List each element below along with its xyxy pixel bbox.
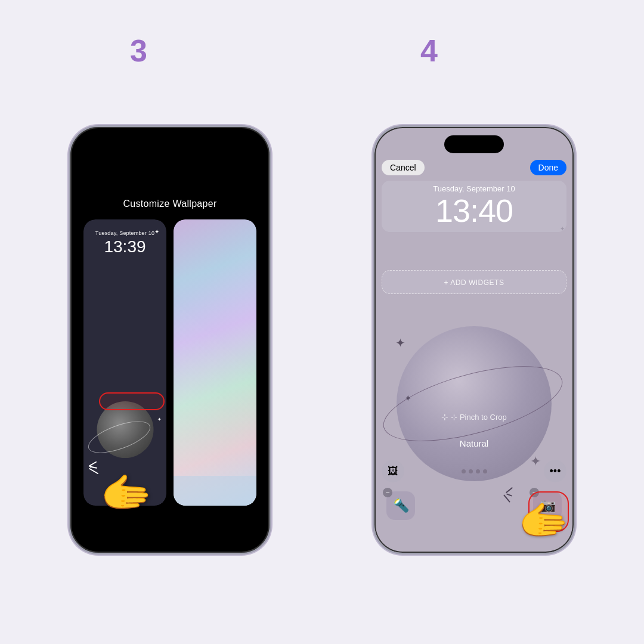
- volume-down-button-4: [373, 213, 374, 234]
- sparkle-large-2: ✦: [404, 393, 412, 404]
- bottom-toolbar: 🖼 •••: [382, 460, 566, 482]
- silent-switch: [69, 172, 70, 182]
- more-options-icon[interactable]: •••: [544, 460, 566, 482]
- step-3-number: 3: [130, 33, 147, 69]
- power-button: [270, 199, 271, 234]
- hand-icon-3: 🫱: [100, 472, 152, 514]
- shimmer-overlay: [174, 219, 256, 506]
- hand-cursor-4: 🫱: [518, 500, 569, 541]
- dot-1: [462, 469, 466, 473]
- lock-screen-highlight: [99, 392, 165, 410]
- dot-4: [483, 469, 487, 473]
- datetime-edit-box[interactable]: Tuesday, September 10 13:40: [382, 181, 566, 232]
- volume-up-button: [69, 187, 70, 208]
- dot-2: [469, 469, 473, 473]
- dynamic-island-3: [140, 135, 200, 153]
- flashlight-button[interactable]: − 🔦: [386, 491, 415, 520]
- phone-4-section: ✦ ✦ ✦ ✦ Cancel Done Tuesday, September 1…: [373, 125, 575, 555]
- home-preview-bg: [174, 219, 256, 506]
- edit-time: 13:40: [389, 193, 559, 228]
- sparkle-group-3: [88, 463, 99, 472]
- phone-4: ✦ ✦ ✦ ✦ Cancel Done Tuesday, September 1…: [373, 125, 575, 555]
- pinch-to-crop-label: ⊹ ⊹ Pinch to Crop: [441, 412, 506, 422]
- home-dock: [174, 476, 256, 506]
- phone-3-section: Customize Wallpaper ✦ ✦ ✦ Tuesday, Septe…: [69, 125, 271, 555]
- flashlight-icon: 🔦: [393, 498, 409, 513]
- hand-cursor-3: 🫱: [100, 472, 152, 514]
- done-button[interactable]: Done: [530, 160, 566, 175]
- hand-icon-4: 🫱: [518, 500, 569, 541]
- sparkle-line-2: [91, 466, 97, 469]
- phone-3: Customize Wallpaper ✦ ✦ ✦ Tuesday, Septe…: [69, 125, 271, 555]
- style-dots: [462, 469, 487, 473]
- sparkle-large-1: ✦: [395, 336, 405, 350]
- flashlight-minus-badge: −: [383, 488, 392, 497]
- home-screen-card[interactable]: Home Screen: [174, 219, 256, 506]
- main-container: 3 4 Customize Wallpaper ✦: [0, 0, 644, 644]
- add-widgets-label: + ADD WIDGETS: [444, 278, 504, 287]
- step-4-number: 4: [420, 33, 438, 69]
- star-icon-1: ✦: [154, 228, 159, 235]
- dynamic-island-4: [444, 135, 504, 153]
- volume-up-button-4: [373, 187, 374, 208]
- cancel-button[interactable]: Cancel: [382, 160, 425, 175]
- customize-wallpaper-label: Customize Wallpaper: [70, 199, 270, 209]
- widgets-box[interactable]: + ADD WIDGETS: [382, 270, 566, 294]
- gallery-icon[interactable]: 🖼: [382, 460, 404, 482]
- preview-date: Tuesday, September 10: [95, 230, 154, 236]
- volume-down-button: [69, 213, 70, 234]
- preview-time: 13:39: [104, 237, 145, 256]
- natural-label: Natural: [374, 438, 574, 448]
- top-bar: Cancel Done: [382, 160, 566, 175]
- edit-date: Tuesday, September 10: [389, 184, 559, 193]
- crop-icon: ⊹: [441, 412, 448, 422]
- silent-switch-4: [373, 172, 374, 182]
- power-button-4: [574, 199, 575, 234]
- wallpaper-options: ✦ ✦ ✦ Tuesday, September 10 13:39 Lock S…: [83, 219, 256, 506]
- star-icon-2: ✦: [157, 417, 162, 422]
- dot-3: [476, 469, 480, 473]
